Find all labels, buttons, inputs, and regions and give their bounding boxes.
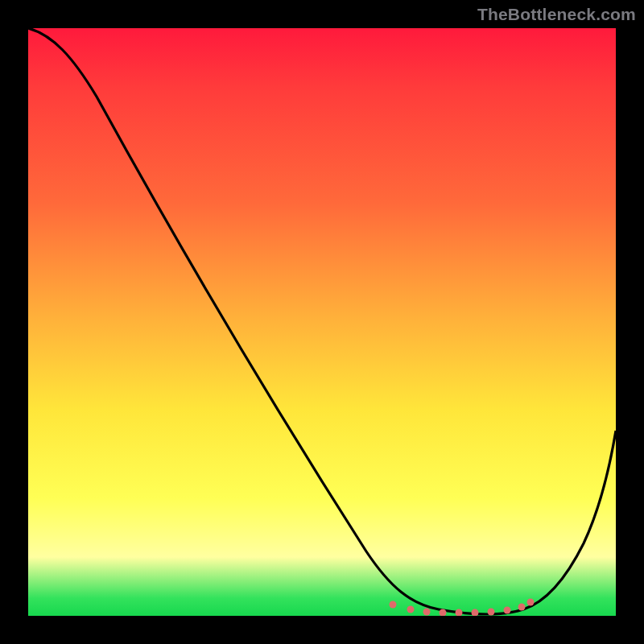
watermark-text: TheBottleneck.com <box>477 5 636 24</box>
plot-background-gradient <box>28 28 616 616</box>
chart-frame: TheBottleneck.com <box>0 0 644 644</box>
